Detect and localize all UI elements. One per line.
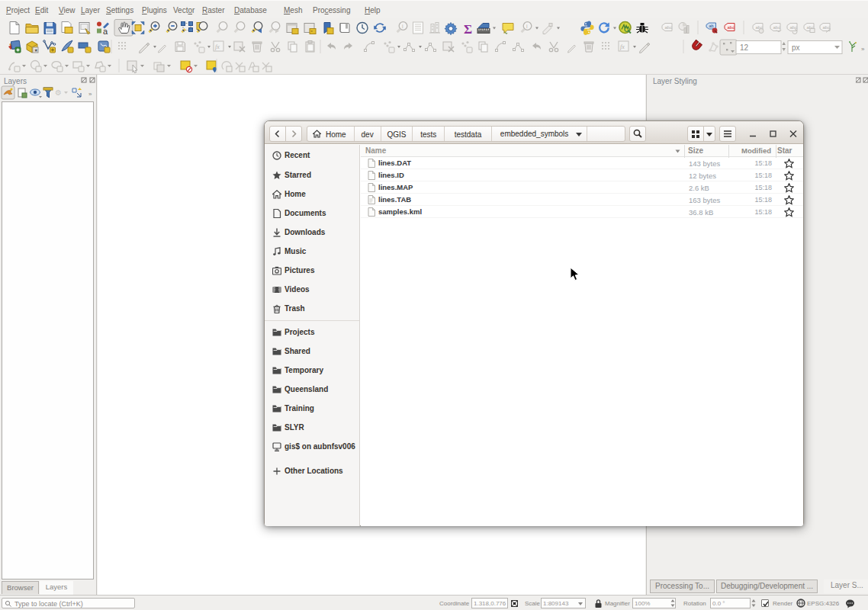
svg-text:abc: abc <box>665 25 673 30</box>
svg-text:ab: ab <box>709 24 714 28</box>
svg-text:fx: fx <box>620 43 625 50</box>
svg-text:abc: abc <box>823 25 831 30</box>
svg-text:abc: abc <box>728 25 735 30</box>
svg-text:12: 12 <box>740 43 749 52</box>
svg-text:⚙: ⚙ <box>55 88 62 97</box>
svg-text:px: px <box>792 43 800 52</box>
svg-text:fx: fx <box>215 43 220 50</box>
svg-text:Σ: Σ <box>464 22 472 37</box>
svg-text:★: ★ <box>34 48 38 53</box>
svg-text:abc: abc <box>773 25 781 30</box>
svg-text:»: » <box>861 46 865 53</box>
svg-text:abc: abc <box>790 25 798 30</box>
svg-text:»: » <box>88 91 92 98</box>
